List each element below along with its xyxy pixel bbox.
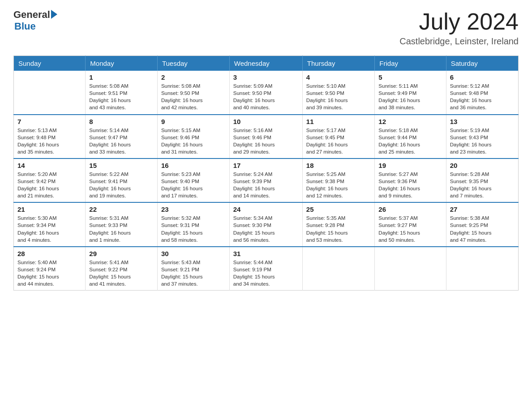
- weekday-header-thursday: Thursday: [302, 56, 374, 71]
- calendar-cell: 8Sunrise: 5:14 AM Sunset: 9:47 PM Daylig…: [86, 115, 158, 158]
- day-info: Sunrise: 5:38 AM Sunset: 9:25 PM Dayligh…: [450, 214, 515, 243]
- day-info: Sunrise: 5:11 AM Sunset: 9:49 PM Dayligh…: [378, 82, 442, 111]
- day-info: Sunrise: 5:08 AM Sunset: 9:50 PM Dayligh…: [161, 82, 226, 111]
- calendar-cell: 22Sunrise: 5:31 AM Sunset: 9:33 PM Dayli…: [86, 202, 158, 246]
- calendar-cell: 21Sunrise: 5:30 AM Sunset: 9:34 PM Dayli…: [14, 202, 86, 246]
- day-number: 15: [89, 162, 154, 169]
- calendar-cell: 12Sunrise: 5:18 AM Sunset: 9:44 PM Dayli…: [375, 115, 446, 158]
- calendar-cell: 28Sunrise: 5:40 AM Sunset: 9:24 PM Dayli…: [14, 247, 86, 291]
- calendar-week-row: 1Sunrise: 5:08 AM Sunset: 9:51 PM Daylig…: [14, 71, 519, 114]
- logo-arrow-icon: [51, 10, 57, 19]
- title-section: July 2024 Castlebridge, Leinster, Irelan…: [399, 9, 519, 47]
- day-info: Sunrise: 5:15 AM Sunset: 9:46 PM Dayligh…: [161, 127, 226, 155]
- calendar-cell: [302, 247, 374, 291]
- calendar-cell: 2Sunrise: 5:08 AM Sunset: 9:50 PM Daylig…: [157, 71, 229, 114]
- day-info: Sunrise: 5:43 AM Sunset: 9:21 PM Dayligh…: [161, 259, 226, 287]
- calendar-cell: 24Sunrise: 5:34 AM Sunset: 9:30 PM Dayli…: [229, 202, 302, 246]
- weekday-header-wednesday: Wednesday: [229, 56, 302, 71]
- day-number: 27: [450, 206, 515, 213]
- day-info: Sunrise: 5:14 AM Sunset: 9:47 PM Dayligh…: [89, 127, 154, 155]
- day-number: 12: [378, 118, 442, 125]
- day-number: 4: [306, 73, 371, 81]
- day-info: Sunrise: 5:10 AM Sunset: 9:50 PM Dayligh…: [306, 82, 371, 111]
- calendar-cell: 6Sunrise: 5:12 AM Sunset: 9:48 PM Daylig…: [446, 71, 518, 114]
- day-info: Sunrise: 5:44 AM Sunset: 9:19 PM Dayligh…: [233, 259, 299, 287]
- weekday-header-saturday: Saturday: [446, 56, 518, 71]
- day-number: 11: [306, 118, 371, 125]
- logo-general-text: General: [13, 9, 50, 21]
- weekday-header-friday: Friday: [375, 56, 446, 71]
- day-number: 16: [161, 162, 226, 169]
- calendar-cell: 30Sunrise: 5:43 AM Sunset: 9:21 PM Dayli…: [157, 247, 229, 291]
- day-info: Sunrise: 5:25 AM Sunset: 9:38 PM Dayligh…: [306, 171, 371, 199]
- weekday-header-monday: Monday: [86, 56, 158, 71]
- day-info: Sunrise: 5:34 AM Sunset: 9:30 PM Dayligh…: [233, 214, 299, 243]
- day-number: 30: [161, 250, 226, 257]
- day-info: Sunrise: 5:35 AM Sunset: 9:28 PM Dayligh…: [306, 214, 371, 243]
- calendar-week-row: 7Sunrise: 5:13 AM Sunset: 9:48 PM Daylig…: [14, 115, 519, 158]
- day-number: 10: [233, 118, 299, 125]
- calendar-cell: 23Sunrise: 5:32 AM Sunset: 9:31 PM Dayli…: [157, 202, 229, 246]
- calendar-cell: 4Sunrise: 5:10 AM Sunset: 9:50 PM Daylig…: [302, 71, 374, 114]
- day-number: 5: [378, 73, 442, 81]
- day-info: Sunrise: 5:28 AM Sunset: 9:35 PM Dayligh…: [450, 171, 515, 199]
- day-number: 31: [233, 250, 299, 257]
- weekday-header-tuesday: Tuesday: [157, 56, 229, 71]
- weekday-header-sunday: Sunday: [14, 56, 86, 71]
- day-number: 19: [378, 162, 442, 169]
- calendar-cell: 13Sunrise: 5:19 AM Sunset: 9:43 PM Dayli…: [446, 115, 518, 158]
- day-number: 26: [378, 206, 442, 213]
- day-number: 28: [17, 250, 82, 257]
- day-info: Sunrise: 5:37 AM Sunset: 9:27 PM Dayligh…: [378, 214, 442, 243]
- day-number: 17: [233, 162, 299, 169]
- day-info: Sunrise: 5:09 AM Sunset: 9:50 PM Dayligh…: [233, 82, 299, 111]
- calendar-cell: 18Sunrise: 5:25 AM Sunset: 9:38 PM Dayli…: [302, 158, 374, 202]
- day-info: Sunrise: 5:31 AM Sunset: 9:33 PM Dayligh…: [89, 214, 154, 243]
- day-info: Sunrise: 5:40 AM Sunset: 9:24 PM Dayligh…: [17, 259, 82, 287]
- calendar-cell: 9Sunrise: 5:15 AM Sunset: 9:46 PM Daylig…: [157, 115, 229, 158]
- month-title: July 2024: [399, 9, 519, 34]
- day-info: Sunrise: 5:20 AM Sunset: 9:42 PM Dayligh…: [17, 171, 82, 199]
- location-text: Castlebridge, Leinster, Ireland: [399, 36, 519, 47]
- day-number: 13: [450, 118, 515, 125]
- calendar-cell: 20Sunrise: 5:28 AM Sunset: 9:35 PM Dayli…: [446, 158, 518, 202]
- day-info: Sunrise: 5:22 AM Sunset: 9:41 PM Dayligh…: [89, 171, 154, 199]
- calendar-cell: [375, 247, 446, 291]
- calendar-cell: [14, 71, 86, 114]
- day-info: Sunrise: 5:18 AM Sunset: 9:44 PM Dayligh…: [378, 127, 442, 155]
- day-info: Sunrise: 5:23 AM Sunset: 9:40 PM Dayligh…: [161, 171, 226, 199]
- calendar-cell: 19Sunrise: 5:27 AM Sunset: 9:36 PM Dayli…: [375, 158, 446, 202]
- calendar-table: SundayMondayTuesdayWednesdayThursdayFrid…: [13, 56, 519, 291]
- calendar-cell: 25Sunrise: 5:35 AM Sunset: 9:28 PM Dayli…: [302, 202, 374, 246]
- calendar-cell: 29Sunrise: 5:41 AM Sunset: 9:22 PM Dayli…: [86, 247, 158, 291]
- day-number: 24: [233, 206, 299, 213]
- day-info: Sunrise: 5:32 AM Sunset: 9:31 PM Dayligh…: [161, 214, 226, 243]
- day-info: Sunrise: 5:16 AM Sunset: 9:46 PM Dayligh…: [233, 127, 299, 155]
- calendar-week-row: 21Sunrise: 5:30 AM Sunset: 9:34 PM Dayli…: [14, 202, 519, 246]
- day-number: 18: [306, 162, 371, 169]
- day-info: Sunrise: 5:12 AM Sunset: 9:48 PM Dayligh…: [450, 82, 515, 111]
- weekday-header-row: SundayMondayTuesdayWednesdayThursdayFrid…: [14, 56, 519, 71]
- calendar-cell: [446, 247, 518, 291]
- day-number: 2: [161, 73, 226, 81]
- day-number: 3: [233, 73, 299, 81]
- day-number: 9: [161, 118, 226, 125]
- calendar-cell: 1Sunrise: 5:08 AM Sunset: 9:51 PM Daylig…: [86, 71, 158, 114]
- logo-blue-text: Blue: [14, 21, 36, 32]
- calendar-cell: 27Sunrise: 5:38 AM Sunset: 9:25 PM Dayli…: [446, 202, 518, 246]
- day-number: 22: [89, 206, 154, 213]
- calendar-cell: 16Sunrise: 5:23 AM Sunset: 9:40 PM Dayli…: [157, 158, 229, 202]
- calendar-week-row: 14Sunrise: 5:20 AM Sunset: 9:42 PM Dayli…: [14, 158, 519, 202]
- day-info: Sunrise: 5:17 AM Sunset: 9:45 PM Dayligh…: [306, 127, 371, 155]
- day-number: 7: [17, 118, 82, 125]
- calendar-week-row: 28Sunrise: 5:40 AM Sunset: 9:24 PM Dayli…: [14, 247, 519, 291]
- page-header: General Blue July 2024 Castlebridge, Lei…: [13, 9, 519, 47]
- day-number: 23: [161, 206, 226, 213]
- day-number: 1: [89, 73, 154, 81]
- day-info: Sunrise: 5:30 AM Sunset: 9:34 PM Dayligh…: [17, 214, 82, 243]
- day-number: 14: [17, 162, 82, 169]
- day-number: 20: [450, 162, 515, 169]
- calendar-cell: 10Sunrise: 5:16 AM Sunset: 9:46 PM Dayli…: [229, 115, 302, 158]
- day-number: 25: [306, 206, 371, 213]
- day-number: 8: [89, 118, 154, 125]
